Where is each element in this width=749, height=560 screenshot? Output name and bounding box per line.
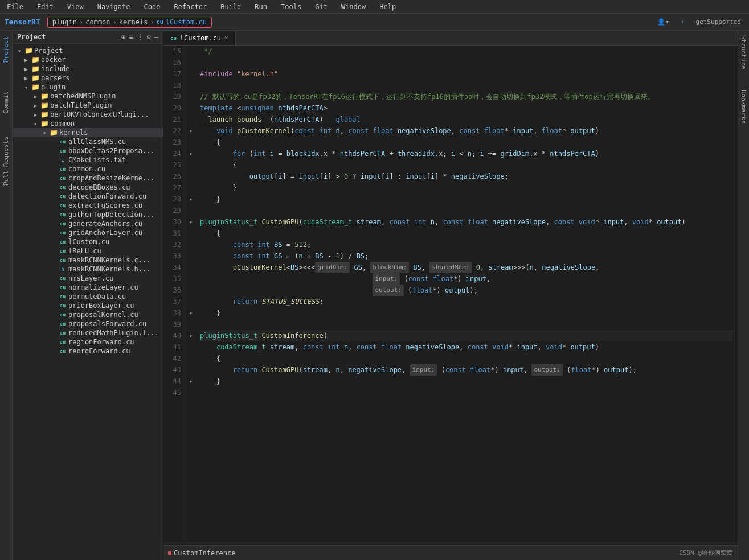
cu-file-icon-priorboxlayer: cu: [58, 303, 67, 308]
folder-icon-docker: 📁: [31, 56, 40, 64]
tree-item-maskrcnnh[interactable]: h maskRCNNKernels.h...: [13, 265, 163, 274]
tree-label-allclassnms: allClassNMS.cu: [68, 138, 126, 146]
breadcrumb-common[interactable]: common: [85, 18, 110, 26]
tab-lcustom[interactable]: cu lCustom.cu ×: [163, 31, 236, 45]
cmake-file-icon: C: [58, 157, 67, 163]
code-line-18: [200, 80, 733, 91]
sidebar-tab-commit[interactable]: Commit: [1, 88, 11, 117]
main-layout: Project Commit Pull Requests Project ⊕ ≡…: [0, 31, 749, 560]
tree-item-gridanchorlayer[interactable]: cu gridAnchorLayer.cu: [13, 228, 163, 237]
menu-file[interactable]: File: [5, 3, 26, 11]
code-line-22: void pCustomKernel(const int n, const fl…: [200, 125, 733, 137]
menu-git[interactable]: Git: [313, 3, 330, 11]
tree-item-docker[interactable]: ▶ 📁 docker: [13, 55, 163, 64]
cu-file-icon-allclassnms: cu: [58, 139, 67, 145]
cu-file-icon-maskrcnnh: h: [58, 266, 67, 272]
project-panel: Project ⊕ ≡ ⋮ ⚙ — ▾ 📁 Project ▶ 📁: [13, 31, 163, 560]
menu-view[interactable]: View: [65, 3, 86, 11]
tree-item-include[interactable]: ▶ 📁 include: [13, 64, 163, 73]
tree-item-reorgforward[interactable]: cu reorgForward.cu: [13, 347, 163, 356]
code-content[interactable]: */ #include "kernel.h" // 默认写的.cu是fp32的，…: [195, 46, 738, 545]
tree-item-batchednms[interactable]: ▶ 📁 batchedNMSPlugin: [13, 92, 163, 101]
code-line-28: }: [200, 193, 733, 205]
tree-arrow-parsers: ▶: [22, 75, 31, 81]
tree-item-gathertopdetection[interactable]: cu gatherTopDetection...: [13, 210, 163, 219]
tree-item-detectionforward[interactable]: cu detectionForward.cu: [13, 192, 163, 201]
menu-navigate[interactable]: Navigate: [95, 3, 133, 11]
tree-item-lcustom[interactable]: cu lCustom.cu: [13, 237, 163, 246]
cu-file-icon-cropandresize: cu: [58, 175, 67, 181]
code-line-26: output[i] = input[i] > 0 ? input[i] : in…: [200, 171, 733, 182]
menu-code[interactable]: Code: [142, 3, 163, 11]
panel-icon-collapse[interactable]: —: [154, 33, 158, 41]
tree-label-plugin: plugin: [41, 83, 66, 91]
tree-item-generateanchors[interactable]: cu generateAnchors.cu: [13, 219, 163, 228]
editor-area: cu lCustom.cu × 15 16 17 18 19 20 21 22 …: [163, 31, 738, 560]
tree-arrow-batchednms: ▶: [31, 93, 40, 100]
arrow-icon[interactable]: ⚡: [677, 17, 688, 27]
tree-label-extractfgscores: extractFgScores.cu: [68, 201, 142, 209]
tree-item-decodebboxes[interactable]: cu decodeBBoxes.cu: [13, 183, 163, 192]
tree-item-extractfgscores[interactable]: cu extractFgScores.cu: [13, 201, 163, 210]
panel-icon-settings[interactable]: ⚙: [147, 33, 151, 41]
menu-run[interactable]: Run: [252, 3, 269, 11]
panel-icon-list[interactable]: ≡: [129, 33, 133, 41]
tree-item-normalizelayer[interactable]: cu normalizeLayer.cu: [13, 283, 163, 292]
cu-file-icon-proposalsforward: cu: [58, 321, 67, 327]
tree-label-maskrcnncu: maskRCNNKernels.c...: [68, 256, 151, 264]
tab-file-icon: cu: [170, 35, 177, 41]
toolbar-right: 👤▾ ⚡ getSupported: [654, 17, 744, 27]
tree-item-proposalsforward[interactable]: cu proposalsForward.cu: [13, 319, 163, 328]
breadcrumb[interactable]: plugin › common › kernels › cu lCustom.c…: [47, 17, 212, 28]
tree-item-common[interactable]: ▾ 📁 common: [13, 119, 163, 128]
sidebar-tab-pull-requests[interactable]: Pull Requests: [1, 133, 11, 189]
sidebar-tab-project[interactable]: Project: [1, 33, 11, 66]
code-line-34: pCustomKernel<BS><<<gridDim: GS, blockDi…: [200, 262, 733, 273]
tree-item-bertqkv[interactable]: ▶ 📁 bertQKVToContextPlugi...: [13, 110, 163, 119]
breadcrumb-plugin[interactable]: plugin: [52, 18, 77, 26]
tree-item-bboxdeltas[interactable]: cu bboxDeltas2Proposa...: [13, 146, 163, 155]
tree-label-maskrcnnh: maskRCNNKernels.h...: [68, 265, 151, 273]
right-tab-bookmarks[interactable]: Bookmarks: [739, 88, 748, 126]
code-line-21: __launch_bounds__(nthdsPerCTA) __global_…: [200, 114, 733, 125]
tree-item-nmslayer[interactable]: cu nmsLayer.cu: [13, 274, 163, 283]
tree-item-cropandresize[interactable]: cu cropAndResizeKerne...: [13, 174, 163, 183]
tree-item-priorboxlayer[interactable]: cu priorBoxLayer.cu: [13, 301, 163, 310]
code-line-36: output: (float*) output);: [200, 285, 733, 296]
tree-item-kernels[interactable]: ▾ 📁 kernels: [13, 128, 163, 137]
tree-item-reducedmath[interactable]: cu reducedMathPlugin.l...: [13, 328, 163, 337]
menu-window[interactable]: Window: [339, 3, 368, 11]
menu-edit[interactable]: Edit: [35, 3, 56, 11]
panel-icon-sort[interactable]: ⋮: [137, 33, 144, 41]
tree-item-regionforward[interactable]: cu regionForward.cu: [13, 337, 163, 347]
tree-item-allclassnms[interactable]: cu allClassNMS.cu: [13, 137, 163, 146]
tree-item-parsers[interactable]: ▶ 📁 parsers: [13, 73, 163, 83]
tree-item-project[interactable]: ▾ 📁 Project: [13, 46, 163, 55]
menu-build[interactable]: Build: [218, 3, 243, 11]
right-tab-structure[interactable]: Structure: [739, 33, 748, 72]
tree-item-lrelu[interactable]: cu lReLU.cu: [13, 246, 163, 256]
code-line-37: return STATUS_SUCCESS;: [200, 296, 733, 307]
tree-item-cmakelists[interactable]: C CMakeLists.txt: [13, 155, 163, 164]
code-line-19: // 默认写的.cu是fp32的，TensorRT在fp16运行模式下，运行到不…: [200, 91, 733, 102]
breadcrumb-file[interactable]: lCustom.cu: [166, 18, 207, 26]
tree-item-commoncu[interactable]: cu common.cu: [13, 164, 163, 174]
menu-help[interactable]: Help: [377, 3, 398, 11]
tab-close-btn[interactable]: ×: [224, 34, 228, 42]
folder-icon-parsers: 📁: [31, 74, 40, 82]
tree-item-proposalkernel[interactable]: cu proposalKernel.cu: [13, 310, 163, 319]
cu-file-icon-bboxdeltas: cu: [58, 148, 67, 154]
tree-item-batchtile[interactable]: ▶ 📁 batchTilePlugin: [13, 101, 163, 110]
panel-icon-locate[interactable]: ⊕: [121, 33, 125, 41]
tree-item-plugin[interactable]: ▾ 📁 plugin: [13, 83, 163, 92]
tree-label-lcustom: lCustom.cu: [68, 238, 109, 246]
menu-refactor[interactable]: Refactor: [171, 3, 209, 11]
current-function: ■ CustomInference: [168, 549, 235, 557]
user-icon[interactable]: 👤▾: [654, 17, 673, 27]
code-editor[interactable]: 15 16 17 18 19 20 21 22 23 24 25 26 27 2…: [163, 46, 738, 545]
breadcrumb-kernels[interactable]: kernels: [119, 18, 148, 26]
tree-item-maskrcnncu[interactable]: cu maskRCNNKernels.c...: [13, 256, 163, 265]
tree-item-permutedata[interactable]: cu permuteData.cu: [13, 292, 163, 301]
get-supported-btn[interactable]: getSupported: [693, 17, 744, 27]
menu-tools[interactable]: Tools: [279, 3, 304, 11]
